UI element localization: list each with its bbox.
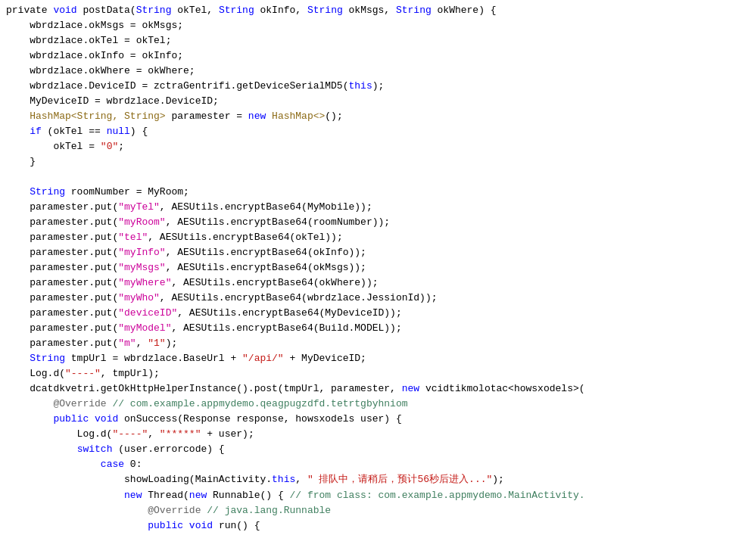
token-plain: MyDeviceID = wbrdzlace.DeviceID;	[6, 94, 219, 109]
code-line: paramester.put("tel", AESUtils.encryptBa…	[0, 230, 751, 245]
token-plain: wbrdzlace.okMsgs = okMsgs;	[6, 18, 183, 33]
token-plain: + user);	[201, 427, 254, 442]
token-plain: postData(	[77, 3, 136, 18]
token-kw: String	[396, 3, 432, 18]
code-line: if (okTel == null) {	[0, 124, 751, 139]
token-plain: + MyDeviceID;	[284, 351, 366, 366]
token-str2: "myTel"	[118, 200, 160, 215]
code-line: HashMap<String, String> paramester = new…	[0, 109, 751, 124]
token-kw: new	[402, 381, 419, 397]
token-plain: 0:	[124, 457, 142, 472]
code-line: @Override // com.example.appmydemo.qeagp…	[0, 397, 751, 412]
code-line: wbrdzlace.okWhere = okWhere;	[0, 64, 751, 79]
token-str2: "tel"	[118, 230, 148, 245]
token-plain	[89, 412, 95, 427]
code-line: paramester.put("myRoom", AESUtils.encryp…	[0, 215, 751, 230]
token-plain	[201, 503, 207, 518]
token-plain: okTel =	[6, 139, 101, 154]
code-line: paramester.put("myTel", AESUtils.encrypt…	[0, 200, 751, 215]
code-line: okTel = "0";	[0, 139, 751, 154]
token-kw: String	[136, 3, 172, 18]
token-plain	[6, 518, 148, 534]
token-plain: dcatdkvetri.getOkHttpHelperInstance().po…	[6, 381, 402, 397]
token-kw: new	[124, 488, 142, 503]
token-kw: this	[348, 79, 372, 94]
token-plain: paramester.put(	[6, 291, 118, 306]
token-orange: HashMap<>	[272, 109, 325, 124]
token-str2: "myWhere"	[118, 275, 171, 291]
token-plain: roomNumber = MyRoom;	[65, 185, 189, 200]
token-plain	[6, 503, 148, 518]
token-plain: wbrdzlace.DeviceID = zctraGentrifi.getDe…	[6, 79, 348, 94]
token-plain: paramester.put(	[6, 245, 118, 260]
token-kw: switch	[77, 442, 113, 457]
token-plain: okTel,	[171, 3, 218, 18]
code-line: wbrdzlace.okInfo = okInfo;	[0, 48, 751, 64]
token-plain: ();	[325, 109, 342, 124]
token-plain	[6, 457, 101, 472]
token-str: "*****"	[160, 427, 201, 442]
code-line	[0, 170, 751, 185]
token-plain: }	[6, 154, 36, 170]
token-plain: , AESUtils.encryptBase64(roomNumber));	[166, 215, 390, 230]
code-line: paramester.put("myInfo", AESUtils.encryp…	[0, 245, 751, 260]
token-plain	[107, 397, 113, 412]
token-orange: HashMap<String, String>	[6, 109, 166, 124]
token-plain: , AESUtils.encryptBase64(okWhere));	[171, 275, 378, 291]
token-kw: void	[189, 518, 213, 534]
token-cmt: // java.lang.Runnable	[207, 503, 331, 518]
token-str: "----"	[112, 427, 148, 442]
token-str: "----"	[65, 366, 101, 381]
code-line: Log.d("----", "*****" + user);	[0, 427, 751, 442]
token-kw: this	[272, 472, 295, 487]
token-plain: ) {	[130, 124, 148, 139]
token-plain	[183, 518, 189, 534]
token-annot: @Override	[148, 503, 201, 518]
code-line: public void run() {	[0, 518, 751, 534]
token-plain: Runnable() {	[207, 488, 289, 503]
token-plain: ,	[295, 472, 307, 487]
token-plain: wbrdzlace.okInfo = okInfo;	[6, 48, 183, 64]
token-plain	[6, 412, 53, 427]
token-str2: "m"	[118, 336, 136, 351]
token-str2: "myMsgs"	[118, 260, 165, 275]
code-editor: private void postData(String okTel, Stri…	[0, 0, 751, 560]
code-line: Log.d("----", tmpUrl);	[0, 366, 751, 381]
code-line: public void onSuccess(Response response,…	[0, 412, 751, 427]
token-str: "0"	[101, 139, 118, 154]
code-line: String roomNumber = MyRoom;	[0, 185, 751, 200]
token-plain: wbrdzlace.okWhere = okWhere;	[6, 64, 195, 79]
code-line: paramester.put("myWhere", AESUtils.encry…	[0, 275, 751, 291]
token-plain: , AESUtils.encryptBase64(okInfo));	[166, 245, 366, 260]
code-line: case 0:	[0, 457, 751, 472]
token-plain: paramester.put(	[6, 306, 118, 321]
token-plain: wbrdzlace.okTel = okTel;	[6, 33, 171, 48]
code-line: paramester.put("myWho", AESUtils.encrypt…	[0, 291, 751, 306]
token-plain: , AESUtils.encryptBase64(MyMobile));	[160, 200, 372, 215]
token-plain: tmpUrl = wbrdzlace.BaseUrl +	[65, 351, 242, 366]
token-kw: public	[53, 412, 89, 427]
token-plain: paramester.put(	[6, 200, 118, 215]
token-str2: "myWho"	[118, 291, 160, 306]
token-plain: , AESUtils.encryptBase64(Build.MODEL));	[171, 321, 401, 336]
token-kw: void	[53, 3, 76, 18]
token-kw: case	[101, 457, 124, 472]
token-plain	[6, 442, 77, 457]
token-cmt: // com.example.appmydemo.qeagpugzdfd.tet…	[112, 397, 407, 412]
code-line: showLoading(MainActivity.this, " 排队中，请稍后…	[0, 472, 751, 487]
token-plain: );	[372, 79, 385, 94]
code-line: wbrdzlace.okTel = okTel;	[0, 33, 751, 48]
token-plain: run() {	[213, 518, 260, 534]
token-plain: ;	[118, 139, 124, 154]
code-line: private void postData(String okTel, Stri…	[0, 3, 751, 18]
token-kw: void	[95, 412, 118, 427]
token-plain: onSuccess(Response response, howsxodels …	[118, 412, 401, 427]
token-str2: "deviceID"	[118, 306, 177, 321]
token-plain: , AESUtils.encryptBase64(okMsgs));	[166, 260, 366, 275]
token-plain	[6, 488, 124, 503]
token-plain: , AESUtils.encryptBase64(wbrdzlace.Jessi…	[160, 291, 438, 306]
token-plain: ,	[136, 336, 148, 351]
code-line: wbrdzlace.DeviceID = zctraGentrifi.getDe…	[0, 79, 751, 94]
token-plain: Log.d(	[6, 427, 112, 442]
token-orange	[6, 170, 30, 185]
